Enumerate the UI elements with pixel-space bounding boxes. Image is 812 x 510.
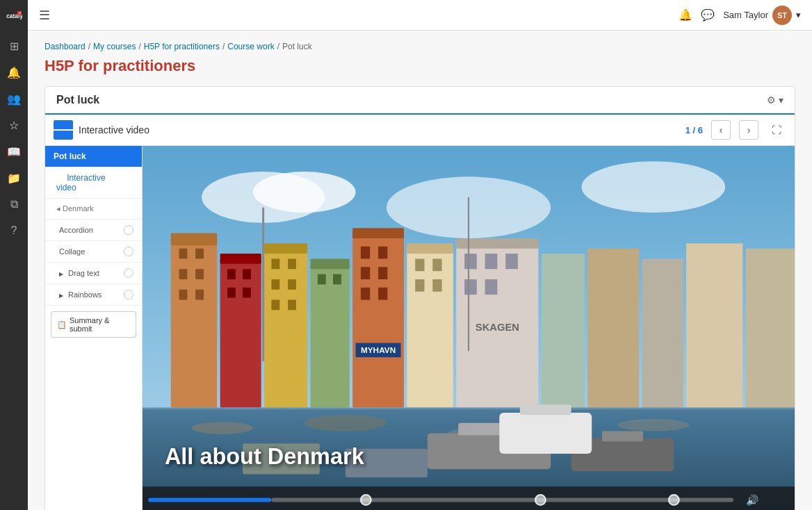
sidebar-rainbows[interactable]: ▶ Rainbows (45, 284, 142, 306)
svg-rect-26 (271, 279, 279, 290)
svg-point-7 (581, 161, 725, 213)
svg-text:SKAGEN: SKAGEN (476, 322, 519, 333)
topbar-left: ☰ (39, 8, 50, 23)
svg-text:🔊: 🔊 (746, 494, 759, 507)
avatar-initials: ST (777, 11, 787, 19)
sidebar-summary-submit[interactable]: 📋 Summary & submit (51, 311, 136, 338)
denmark-video-image: MYHAVN (143, 146, 795, 510)
svg-rect-35 (352, 228, 404, 238)
user-dropdown-icon: ▾ (796, 10, 801, 20)
sidebar-collage[interactable]: Collage (45, 241, 142, 263)
sidebar-denmark-header: ◂ Denmark (45, 199, 142, 220)
sidebar-drag-text[interactable]: ▶ Drag text (45, 263, 142, 284)
svg-rect-62 (746, 249, 795, 408)
svg-rect-47 (432, 258, 441, 271)
topbar: ☰ 🔔 💬 Sam Taylor ST ▾ (28, 0, 812, 31)
breadcrumb-h5p[interactable]: H5P for practitioners (144, 42, 220, 51)
svg-rect-18 (227, 269, 236, 279)
notification-icon[interactable]: 🔔 (679, 8, 692, 22)
svg-rect-24 (271, 258, 279, 269)
svg-rect-16 (220, 258, 261, 407)
svg-rect-52 (464, 254, 477, 269)
svg-rect-60 (642, 258, 683, 407)
rainbows-indicator (124, 290, 133, 299)
drag-text-indicator (124, 268, 133, 278)
h5p-title: Interactive video (79, 124, 149, 135)
breadcrumb-current: Pot luck (282, 42, 312, 51)
h5p-topbar: Interactive video 1 / 6 ‹ › ⛶ (45, 115, 795, 146)
sidebar-item-book[interactable]: 📖 (0, 139, 28, 164)
sidebar-item-folder[interactable]: 📁 (0, 165, 28, 190)
sidebar-item-home[interactable]: ⊞ (0, 33, 28, 58)
h5p-body: Pot luck ▼ Interactive video ◂ Denmark A… (45, 146, 795, 510)
svg-rect-14 (179, 290, 188, 300)
svg-rect-21 (243, 288, 251, 298)
sidebar-item-layers[interactable]: ⧉ (0, 192, 28, 217)
h5p-prev-button[interactable]: ‹ (711, 120, 731, 140)
page-title: H5P for practitioners (44, 57, 795, 75)
svg-rect-27 (288, 279, 296, 290)
user-menu[interactable]: Sam Taylor ST ▾ (723, 6, 801, 25)
svg-rect-75 (602, 431, 643, 442)
h5p-fullscreen-button[interactable]: ⛶ (767, 120, 786, 140)
svg-rect-34 (352, 233, 404, 408)
sidebar-interactive-video[interactable]: ▼ Interactive video (45, 167, 142, 199)
svg-rect-37 (378, 247, 387, 259)
app-logo[interactable]: catalyst ✓ (0, 0, 28, 31)
svg-text:All about Denmark: All about Denmark (165, 444, 365, 469)
svg-point-68 (304, 415, 387, 431)
hamburger-menu[interactable]: ☰ (39, 8, 50, 23)
svg-rect-13 (195, 269, 204, 279)
h5p-next-button[interactable]: › (739, 120, 758, 140)
svg-rect-54 (505, 254, 518, 269)
svg-rect-22 (264, 249, 307, 408)
svg-rect-17 (220, 254, 261, 264)
breadcrumb: Dashboard / My courses / H5P for practit… (44, 42, 795, 51)
sidebar-item-starred[interactable]: ☆ (0, 113, 28, 138)
svg-rect-23 (264, 243, 307, 254)
app-sidebar: catalyst ✓ ⊞ 🔔 👥 ☆ 📖 📁 ⧉ ? (0, 0, 28, 510)
sidebar-pot-luck[interactable]: Pot luck (45, 146, 142, 167)
accordion-indicator (124, 225, 133, 235)
h5p-menu-button[interactable] (54, 120, 73, 140)
sidebar-item-users[interactable]: 👥 (0, 86, 28, 111)
h5p-topbar-left: Interactive video (54, 120, 149, 140)
breadcrumb-course-work[interactable]: Course work (227, 42, 274, 51)
sidebar-accordion[interactable]: Accordion (45, 220, 142, 241)
svg-rect-39 (378, 267, 387, 279)
sidebar-item-notifications[interactable]: 🔔 (0, 60, 28, 85)
avatar: ST (772, 6, 792, 25)
gear-icon: ⚙ (767, 94, 776, 106)
chat-icon[interactable]: 💬 (701, 8, 715, 22)
svg-rect-11 (195, 249, 204, 259)
svg-rect-78 (520, 404, 571, 415)
svg-rect-61 (686, 243, 742, 407)
section-gear-button[interactable]: ⚙ ▾ (767, 94, 783, 106)
svg-rect-33 (333, 274, 341, 285)
svg-point-70 (617, 419, 689, 431)
h5p-wrapper: Interactive video 1 / 6 ‹ › ⛶ Pot luck (45, 115, 795, 510)
svg-point-85 (669, 495, 679, 505)
svg-rect-45 (407, 243, 453, 254)
svg-rect-28 (271, 300, 279, 311)
h5p-topbar-right: 1 / 6 ‹ › ⛶ (685, 120, 786, 140)
section-card: Pot luck ⚙ ▾ Interactive vid (44, 86, 795, 510)
svg-rect-15 (195, 290, 204, 300)
h5p-video-content: MYHAVN (143, 146, 795, 510)
user-name: Sam Taylor (723, 10, 768, 20)
sidebar-navigation: ⊞ 🔔 👥 ☆ 📖 📁 ⧉ ? (0, 33, 28, 249)
collage-indicator (124, 247, 133, 256)
breadcrumb-my-courses[interactable]: My courses (93, 42, 136, 51)
main-content: ☰ 🔔 💬 Sam Taylor ST ▾ Dashboard / My cou… (28, 0, 812, 510)
sidebar-item-help[interactable]: ? (0, 218, 28, 243)
svg-point-84 (535, 495, 546, 505)
breadcrumb-dashboard[interactable]: Dashboard (44, 42, 86, 51)
svg-rect-49 (432, 279, 441, 292)
svg-rect-77 (499, 413, 592, 454)
h5p-content-sidebar: Pot luck ▼ Interactive video ◂ Denmark A… (45, 146, 143, 510)
svg-text:MYHAVN: MYHAVN (361, 345, 396, 355)
submit-icon: 📋 (57, 320, 67, 329)
svg-rect-58 (542, 254, 585, 408)
svg-rect-46 (415, 258, 424, 271)
svg-rect-29 (288, 300, 296, 311)
